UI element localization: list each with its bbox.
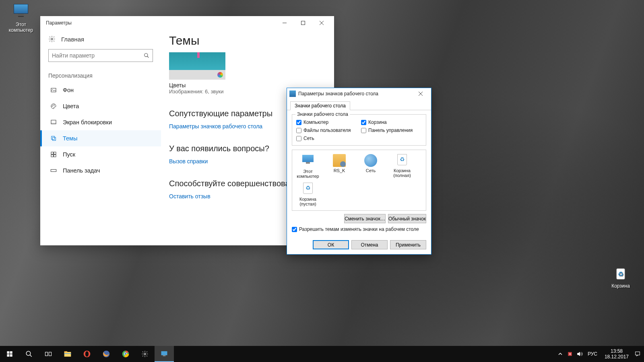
cancel-button[interactable]: Отмена <box>351 240 388 249</box>
start-button[interactable] <box>0 346 19 362</box>
sidebar-item-label: Фон <box>63 87 74 93</box>
clock[interactable]: 13:58 18.12.2017 <box>601 348 633 360</box>
checkbox-userfiles[interactable]: Файлы пользователя <box>296 128 357 133</box>
sidebar-item-themes[interactable]: Темы <box>40 130 161 146</box>
svg-rect-28 <box>45 352 48 356</box>
tab-desktop-icons[interactable]: Значки рабочего стола <box>290 101 350 110</box>
search-icon <box>144 53 149 58</box>
svg-rect-14 <box>51 123 56 124</box>
checkbox-computer[interactable]: Компьютер <box>296 119 357 125</box>
dialog-close-button[interactable] <box>413 89 429 99</box>
svg-point-11 <box>53 105 53 105</box>
svg-rect-17 <box>51 155 53 157</box>
taskbar-app-firefox[interactable] <box>97 346 116 362</box>
search-box[interactable] <box>48 49 153 62</box>
language-indicator[interactable]: РУС <box>584 351 601 357</box>
maximize-button[interactable] <box>294 17 312 29</box>
svg-rect-44 <box>636 352 640 355</box>
svg-line-8 <box>147 56 149 58</box>
svg-text:♻: ♻ <box>618 271 623 278</box>
bin-empty-icon <box>301 183 314 195</box>
svg-point-26 <box>26 351 31 356</box>
picker-item-pc[interactable]: Этот компьютер <box>296 154 320 179</box>
groupbox-title: Значки рабочего стола <box>295 111 350 117</box>
sidebar-item-label: Цвета <box>63 103 79 109</box>
search-input[interactable] <box>52 52 144 59</box>
sidebar: Главная Персонализация Фон Цвета Экран б… <box>40 30 161 245</box>
taskbar-app-opera[interactable] <box>77 346 97 362</box>
lockscreen-icon <box>50 119 57 125</box>
svg-rect-30 <box>64 352 71 357</box>
network-icon <box>364 154 377 167</box>
checkbox-cpanel[interactable]: Панель управления <box>361 128 422 133</box>
theme-meta: Изображения: 6, звуки <box>169 88 225 95</box>
search-button[interactable] <box>19 346 39 362</box>
checkbox-allow-themes[interactable]: Разрешить темам изменять значки на рабоч… <box>292 226 426 232</box>
home-label: Главная <box>61 36 84 43</box>
tray-volume-icon[interactable] <box>575 346 584 362</box>
svg-rect-18 <box>54 155 56 157</box>
taskbar-app-explorer[interactable] <box>58 346 77 362</box>
action-center-button[interactable] <box>633 346 642 362</box>
titlebar: Параметры <box>40 16 334 30</box>
picker-item-user[interactable]: RS_K <box>328 154 351 179</box>
theme-tile[interactable]: Цветы Изображения: 6, звуки <box>169 52 225 95</box>
groupbox-icons: Значки рабочего стола Компьютер Корзина … <box>292 114 426 146</box>
apply-button[interactable]: Применить <box>390 240 426 249</box>
desktop-icon-label: Корзина <box>605 283 636 289</box>
svg-point-6 <box>51 38 53 40</box>
sidebar-item-taskbar[interactable]: Панель задач <box>40 162 161 179</box>
desktop-icon-this-pc[interactable]: Этот компьютер <box>6 4 36 33</box>
change-icon-button[interactable]: Сменить значок… <box>344 214 386 223</box>
svg-point-10 <box>52 106 52 106</box>
window-title: Параметры <box>46 20 275 26</box>
checkbox-recycle[interactable]: Корзина <box>361 119 422 125</box>
minimize-button[interactable] <box>275 17 294 29</box>
svg-rect-16 <box>54 152 56 154</box>
sidebar-item-start[interactable]: Пуск <box>40 146 161 162</box>
sidebar-item-label: Экран блокировки <box>63 119 112 125</box>
gear-icon <box>48 35 56 43</box>
dialog-titlebar: Параметры значков рабочего стола <box>287 88 431 99</box>
svg-rect-40 <box>161 351 167 355</box>
theme-preview <box>169 52 225 70</box>
taskbar-app-personalization[interactable] <box>155 346 174 362</box>
svg-rect-22 <box>7 351 9 354</box>
sidebar-item-colors[interactable]: Цвета <box>40 98 161 114</box>
svg-rect-25 <box>10 354 12 357</box>
picker-item-bin-empty[interactable]: Корзина (пустая) <box>296 183 320 206</box>
theme-swatch <box>169 70 225 80</box>
ok-button[interactable]: ОК <box>313 240 349 249</box>
svg-rect-32 <box>64 353 71 354</box>
sidebar-item-background[interactable]: Фон <box>40 82 161 98</box>
dialog-content: Значки рабочего стола Компьютер Корзина … <box>287 110 431 236</box>
picker-item-bin-full[interactable]: Корзина (полная) <box>390 154 414 179</box>
desktop-icon-recycle[interactable]: ♻ Корзина <box>605 265 636 289</box>
tray-chevron-up-icon[interactable] <box>555 346 565 362</box>
close-button[interactable] <box>312 17 331 29</box>
dialog-title: Параметры значков рабочего стола <box>298 91 413 97</box>
svg-rect-3 <box>301 21 305 25</box>
dialog-footer: ОК Отмена Применить <box>287 236 431 254</box>
picker-item-network[interactable]: Сеть <box>359 154 382 179</box>
sidebar-item-lockscreen[interactable]: Экран блокировки <box>40 114 161 130</box>
themes-icon <box>50 135 57 142</box>
taskbar-app-chrome[interactable] <box>116 346 135 362</box>
svg-line-27 <box>30 355 32 357</box>
default-icon-button[interactable]: Обычный значок <box>388 214 426 223</box>
svg-rect-19 <box>51 169 56 171</box>
taskbar-app-settings[interactable] <box>135 346 155 362</box>
task-view-button[interactable] <box>39 346 58 362</box>
icon-picker: Этот компьютер RS_K Сеть Корзина (полная… <box>292 150 426 211</box>
palette-icon <box>50 103 57 109</box>
tray-security-icon[interactable]: ✕ <box>565 346 575 362</box>
checkbox-network[interactable]: Сеть <box>296 136 357 141</box>
svg-rect-41 <box>163 355 166 356</box>
pc-icon <box>13 4 29 20</box>
svg-rect-31 <box>64 351 68 352</box>
user-folder-icon <box>333 154 346 167</box>
home-button[interactable]: Главная <box>40 30 161 47</box>
desktop-icon-settings-dialog: Параметры значков рабочего стола Значки … <box>287 88 431 255</box>
taskbar: ✕ РУС 13:58 18.12.2017 <box>0 346 644 362</box>
dialog-icon <box>289 90 296 97</box>
